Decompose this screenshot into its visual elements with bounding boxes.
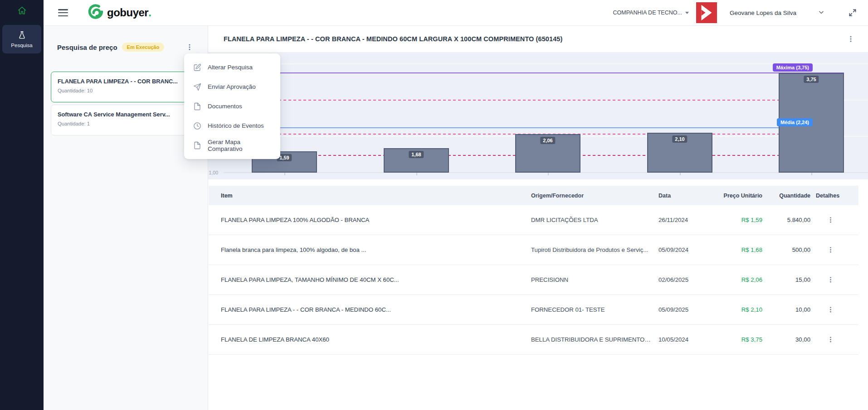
price-bar-chart: 1,002,003,004,001,591,682,062,103,75Máxi… [208,52,868,179]
row-kebab-menu-icon[interactable] [824,304,837,316]
y-axis-tick-label: 1,00 [208,170,218,175]
panel-title: Pesquisa de preço [57,43,117,51]
cell-origem: FORNECEDOR 01- TESTE [531,306,658,313]
cell-preco-unitario: R$ 2,06 [713,276,762,283]
gobuyer-logo: gobuyer. [87,3,151,22]
x-axis-tick [284,173,285,175]
cell-detalhes [810,304,850,316]
logo-text: gobuyer. [107,6,151,19]
sidebar-home-button[interactable] [0,4,44,19]
menu-item-enviar-aprova-o[interactable]: Enviar Aprovação [184,77,280,96]
item-card[interactable]: FLANELA PARA LIMPEZA - - COR BRANC...Qua… [51,72,200,102]
item-card-quantity: Quantidade: 10 [58,88,194,93]
cell-detalhes [810,333,850,346]
cell-origem: PRECISIONN [531,276,658,283]
row-kebab-menu-icon[interactable] [824,244,837,256]
fullscreen-button[interactable] [848,8,857,17]
home-icon [17,6,27,17]
cell-origem: BELLA DISTRIBUIDORA E SUPRIMENTOS C... [531,336,658,343]
cell-detalhes [810,244,850,256]
chevron-down-icon [818,9,824,17]
file-icon [193,102,201,111]
x-axis-tick [811,173,812,175]
table-row: FLANELA PARA LIMPEZA - - COR BRANCA - ME… [209,295,858,325]
cell-item: FLANELA PARA LIMPEZA 100% ALGODÃO - BRAN… [221,217,531,223]
cell-data: 02/06/2025 [658,276,713,283]
topbar: gobuyer. COMPANHIA DE TECNO... Geovane L… [44,0,868,26]
cell-quantidade: 15,00 [762,276,810,283]
row-kebab-menu-icon[interactable] [824,214,837,226]
bar-value-label: 3,75 [804,76,819,83]
cell-data: 05/09/2024 [658,246,713,253]
annotation-line [224,72,844,73]
gobuyer-logo-mark-icon [87,3,104,22]
cell-detalhes [810,214,850,226]
menu-item-hist-rico-de-eventos[interactable]: Histórico de Eventos [184,116,280,135]
annotation-badge: Média (2,24) [777,118,813,126]
cell-quantidade: 500,00 [762,246,810,253]
send-icon [193,83,201,91]
context-menu: Alterar PesquisaEnviar AprovaçãoDocument… [184,53,280,159]
cell-item: FLANELA PARA LIMPEZA - - COR BRANCA - ME… [221,306,531,313]
menu-item-label: Histórico de Eventos [208,122,264,129]
menu-item-alterar-pesquisa[interactable]: Alterar Pesquisa [184,58,280,77]
company-selector[interactable]: COMPANHIA DE TECNO... [613,10,689,16]
sidebar-item-pesquisa[interactable]: Pesquisa [2,25,41,53]
price-table: ItemOrigem/FornecedorDataPreço UnitárioQ… [209,186,858,355]
table-row: FLANELA DE LIMPEZA BRANCA 40X60BELLA DIS… [209,325,858,355]
item-title: FLANELA PARA LIMPEZA - - COR BRANCA - ME… [224,35,562,43]
annotation-line [224,127,844,128]
column-header: Origem/Fornecedor [531,193,658,199]
column-header: Data [658,193,713,199]
status-badge: Em Execução [122,43,165,52]
app-screen: Pesquisa gobuyer. COMPANHIA DE TECNO... [0,0,868,410]
menu-item-gerar-mapa-comparativo[interactable]: Gerar Mapa Comparativo [184,135,280,155]
hamburger-menu-icon[interactable] [58,9,68,16]
table-body: FLANELA PARA LIMPEZA 100% ALGODÃO - BRAN… [209,205,858,355]
item-title-bar: FLANELA PARA LIMPEZA - - COR BRANCA - ME… [208,26,868,52]
file-icon [193,141,201,150]
chevron-down-icon [685,12,689,14]
menu-item-documentos[interactable]: Documentos [184,96,280,116]
row-kebab-menu-icon[interactable] [824,274,837,286]
panel-kebab-menu-icon[interactable] [186,43,193,51]
price-research-panel: Pesquisa de preço Em Execução FLANELA PA… [44,26,208,410]
cell-origem: Tupiroti Distribuidora de Produtos e Ser… [531,246,658,253]
cell-quantidade: 10,00 [762,306,810,313]
table-row: FLANELA PARA LIMPEZA 100% ALGODÃO - BRAN… [209,205,858,235]
table-row: FLANELA PARA LIMPEZA, TAMANHO MÍNIMO DE … [209,265,858,295]
menu-item-label: Gerar Mapa Comparativo [208,139,272,152]
menu-item-label: Alterar Pesquisa [208,64,253,71]
edit-icon [193,63,201,72]
chart-bar: 2,06 [515,134,580,173]
user-menu[interactable]: Geovane Lopes da Silva [730,9,824,17]
column-header: Detalhes [810,193,850,199]
cell-item: FLANELA PARA LIMPEZA, TAMANHO MÍNIMO DE … [221,276,531,283]
x-axis-tick [548,173,549,175]
cell-detalhes [810,274,850,286]
flask-icon [18,31,26,40]
item-card[interactable]: Software CA Service Management Serv...Qu… [51,105,200,135]
cell-item: FLANELA DE LIMPEZA BRANCA 40X60 [221,336,531,343]
annotation-line [224,100,844,101]
cell-data: 05/09/2025 [658,306,713,313]
cell-preco-unitario: R$ 2,10 [713,306,762,313]
company-selector-label: COMPANHIA DE TECNO... [613,10,682,16]
annotation-badge: Máxima (3,75) [773,63,813,72]
column-header: Quantidade [762,193,810,199]
chart-bar: 2,10 [647,133,712,173]
menu-item-label: Enviar Aprovação [208,83,256,90]
cell-item: Flanela branca para limpeza, 100% algoda… [221,246,531,253]
menu-item-label: Documentos [208,103,242,110]
table-row: Flanela branca para limpeza, 100% algoda… [209,235,858,265]
x-axis-tick [680,173,681,175]
organization-logo [696,2,717,23]
row-kebab-menu-icon[interactable] [824,333,837,346]
sidebar: Pesquisa [0,0,44,410]
clock-icon [193,122,201,130]
bar-value-label: 1,68 [409,151,424,158]
item-kebab-menu-icon[interactable] [847,35,854,43]
topbar-right: COMPANHIA DE TECNO... Geovane Lopes da S… [613,2,857,23]
cell-preco-unitario: R$ 1,59 [713,217,762,223]
user-name: Geovane Lopes da Silva [730,10,796,16]
